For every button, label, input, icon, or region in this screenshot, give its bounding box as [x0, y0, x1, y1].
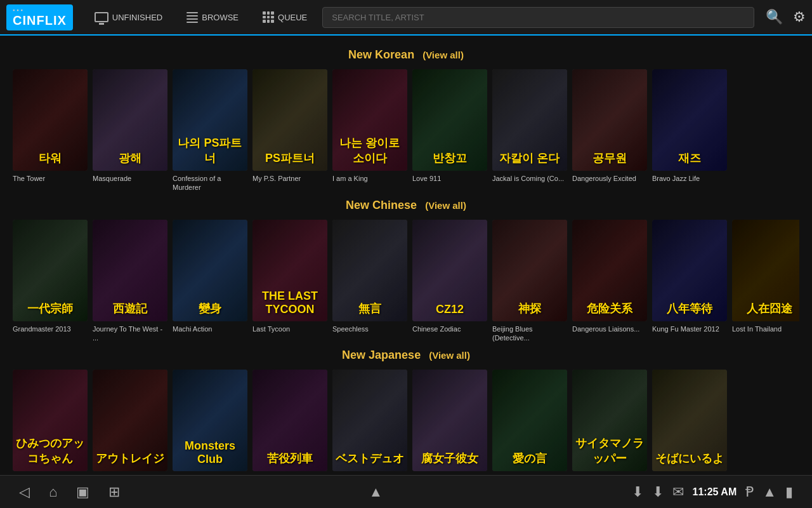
korean-view-all[interactable]: (View all) [422, 50, 464, 60]
app-logo[interactable]: ▪▪▪ CINFLIX [6, 4, 73, 30]
topbar: ▪▪▪ CINFLIX UNFINISHED BROWSE QUEUE [0, 0, 812, 36]
movie-title-c5: Speechless [332, 324, 407, 333]
movie-item-k4[interactable]: PS파트너My P.S. Partner [252, 69, 327, 192]
menu-button[interactable]: ⊞ [108, 484, 120, 500]
movie-item-j1[interactable]: ひみつのアッコちゃんAkko's Secret [13, 370, 88, 475]
movie-item-j8[interactable]: サイタマノラッパー8000 Miles [572, 370, 647, 475]
japanese-movie-row: ひみつのアッコちゃんAkko's SecretアウトレイジOutrageMons… [13, 370, 799, 475]
movie-item-j3[interactable]: Monsters ClubMonsters Club [173, 370, 247, 475]
movie-item-c6[interactable]: CZ12Chinese Zodiac [412, 220, 487, 343]
movie-item-k1[interactable]: 타워The Tower [13, 69, 88, 192]
chinese-movie-row: 一代宗師Grandmaster 2013西遊記Journey To The We… [13, 220, 799, 343]
recent-apps-button[interactable]: ▣ [76, 484, 89, 500]
movie-title-c2: Journey To The West - ... [93, 324, 167, 343]
movie-item-c7[interactable]: 神探Beijing Blues (Detective... [492, 220, 567, 343]
movie-title-k8: Dangerously Excited [572, 174, 647, 183]
movie-item-c3[interactable]: 變身Machi Action [173, 220, 247, 343]
bottombar: ◁ ⌂ ▣ ⊞ ▲ ⬇ ⬇ ✉ 11:25 AM Ᵽ ▲ ▮ [0, 475, 812, 508]
movie-item-j6[interactable]: 腐女子彼女How To Date [412, 370, 487, 475]
bluetooth-icon: Ᵽ [745, 484, 754, 500]
movie-item-j7[interactable]: 愛の言Ai no... [492, 370, 567, 475]
battery-icon: ▮ [785, 484, 793, 500]
movie-item-k7[interactable]: 자칼이 온다Jackal is Coming (Co... [492, 69, 567, 192]
movie-item-c10[interactable]: 人在囧途Lost In Thailand [732, 220, 799, 343]
movie-item-k3[interactable]: 나의 PS파트너Confession of a Murderer [173, 69, 247, 192]
settings-icon[interactable]: ⚙ [793, 9, 806, 25]
movie-title-c6: Chinese Zodiac [412, 324, 487, 333]
scroll-up-button[interactable]: ▲ [369, 484, 383, 500]
movie-title-c1: Grandmaster 2013 [13, 324, 88, 333]
korean-movie-row: 타워The Tower광해Masquerade나의 PS파트너Confessio… [13, 69, 799, 192]
home-button[interactable]: ⌂ [49, 484, 57, 500]
movie-item-c8[interactable]: 危险关系Dangerous Liaisons... [572, 220, 647, 343]
movie-title-c4: Last Tycoon [252, 324, 327, 333]
movie-item-c9[interactable]: 八年等待Kung Fu Master 2012 [652, 220, 727, 343]
movie-item-j4[interactable]: 苦役列車Drudgery [252, 370, 327, 475]
nav-queue[interactable]: QUEUE [254, 8, 316, 27]
bottom-nav-icons: ◁ ⌂ ▣ ⊞ [19, 484, 120, 500]
movie-title-c9: Kung Fu Master 2012 [652, 324, 727, 333]
movie-item-k6[interactable]: 반창꼬Love 911 [412, 69, 487, 192]
japanese-view-all[interactable]: (View all) [429, 350, 470, 361]
nav-browse[interactable]: BROWSE [178, 8, 247, 27]
nav-unfinished[interactable]: UNFINISHED [86, 8, 171, 26]
movie-title-c8: Dangerous Liaisons... [572, 324, 647, 333]
movie-item-j5[interactable]: ベストデュオCold Front [332, 370, 407, 475]
movie-title-k9: Bravo Jazz Life [652, 174, 727, 183]
movie-title-k1: The Tower [13, 174, 88, 183]
movie-title-c7: Beijing Blues (Detective... [492, 324, 567, 343]
movie-item-k2[interactable]: 광해Masquerade [93, 69, 167, 192]
chinese-view-all[interactable]: (View all) [425, 200, 466, 211]
movie-item-j2[interactable]: アウトレイジOutrage [93, 370, 167, 475]
download-icon-2: ⬇ [652, 484, 664, 500]
movie-title-c10: Lost In Thailand [732, 324, 799, 333]
download-icon: ⬇ [632, 484, 643, 500]
movie-item-c2[interactable]: 西遊記Journey To The West - ... [93, 220, 167, 343]
status-bar: ⬇ ⬇ ✉ 11:25 AM Ᵽ ▲ ▮ [632, 484, 793, 500]
search-icon[interactable]: 🔍 [766, 9, 783, 25]
japanese-section-title: New Japanese (View all) [13, 349, 799, 362]
back-button[interactable]: ◁ [19, 484, 30, 500]
movie-item-k8[interactable]: 공무원Dangerously Excited [572, 69, 647, 192]
topbar-actions: 🔍 ⚙ [766, 9, 806, 25]
wifi-icon: ▲ [763, 484, 776, 500]
movie-item-j9[interactable]: そばにいるよBe With You [652, 370, 727, 475]
movie-title-k5: I am a King [332, 174, 407, 183]
movie-item-c5[interactable]: 無言Speechless [332, 220, 407, 343]
movie-item-c1[interactable]: 一代宗師Grandmaster 2013 [13, 220, 88, 343]
main-content: New Korean (View all) 타워The Tower광해Masqu… [0, 36, 812, 475]
movie-title-k3: Confession of a Murderer [173, 174, 247, 192]
time-display: 11:25 AM [693, 486, 737, 498]
email-icon: ✉ [672, 484, 684, 500]
movie-title-k6: Love 911 [412, 174, 487, 183]
movie-title-k2: Masquerade [93, 174, 167, 183]
movie-item-k9[interactable]: 재즈Bravo Jazz Life [652, 69, 727, 192]
movie-item-k5[interactable]: 나는 왕이로소이다I am a King [332, 69, 407, 192]
search-input[interactable] [322, 7, 754, 28]
movie-title-k7: Jackal is Coming (Co... [492, 174, 567, 183]
movie-title-k4: My P.S. Partner [252, 174, 327, 183]
korean-section-title: New Korean (View all) [13, 48, 799, 62]
movie-item-c4[interactable]: THE LAST TYCOONLast Tycoon [252, 220, 327, 343]
movie-title-c3: Machi Action [173, 324, 247, 333]
chinese-section-title: New Chinese (View all) [13, 199, 799, 212]
